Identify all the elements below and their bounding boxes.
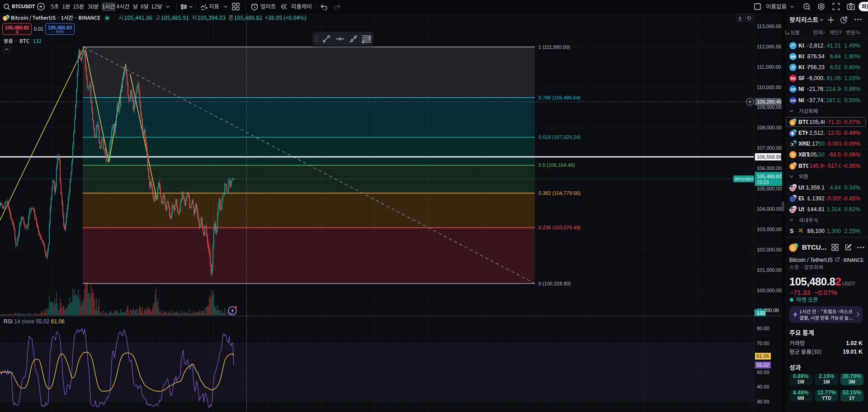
svg-text:102,000.00: 102,000.00 bbox=[757, 247, 782, 252]
svg-text:0.5 (106,154.40): 0.5 (106,154.40) bbox=[538, 162, 575, 168]
svg-text:61.06: 61.06 bbox=[757, 353, 769, 359]
svg-text:113,000.00: 113,000.00 bbox=[757, 24, 781, 29]
svg-text:100,000.00: 100,000.00 bbox=[757, 288, 782, 293]
svg-text:40.00: 40.00 bbox=[757, 384, 769, 389]
svg-text:109,280.45: 109,280.45 bbox=[757, 99, 782, 104]
svg-text:0.618 (107,529.24): 0.618 (107,529.24) bbox=[538, 134, 580, 140]
svg-text:105,480.82: 105,480.82 bbox=[757, 174, 782, 179]
svg-text:110,000.00: 110,000.00 bbox=[757, 85, 781, 90]
svg-text:0 (100,328.80): 0 (100,328.80) bbox=[538, 281, 571, 286]
svg-text:30.00: 30.00 bbox=[757, 399, 769, 404]
svg-text:100: 100 bbox=[790, 87, 796, 91]
svg-text:225: 225 bbox=[790, 98, 796, 102]
svg-text:106,000.00: 106,000.00 bbox=[757, 166, 782, 171]
svg-text:1 (111,980.00): 1 (111,980.00) bbox=[538, 44, 570, 50]
svg-text:80.00: 80.00 bbox=[757, 326, 769, 331]
svg-text:132: 132 bbox=[757, 310, 765, 316]
svg-text:109,000.00: 109,000.00 bbox=[757, 104, 782, 110]
svg-text:BTCUSDT: BTCUSDT bbox=[735, 177, 754, 181]
svg-text:101,000.00: 101,000.00 bbox=[757, 267, 782, 273]
svg-text:0.786 (109,486.64): 0.786 (109,486.64) bbox=[538, 95, 580, 100]
svg-text:112,000.00: 112,000.00 bbox=[757, 44, 781, 49]
svg-text:108,000.00: 108,000.00 bbox=[757, 125, 782, 130]
svg-text:0.236 (103,078.49): 0.236 (103,078.49) bbox=[538, 225, 580, 230]
svg-text:23:23: 23:23 bbox=[757, 180, 769, 185]
svg-text:70.00: 70.00 bbox=[757, 341, 769, 346]
svg-text:55.02: 55.02 bbox=[757, 362, 769, 368]
svg-text:50.00: 50.00 bbox=[757, 369, 769, 375]
svg-text:0.382 (104,779.56): 0.382 (104,779.56) bbox=[538, 190, 580, 196]
